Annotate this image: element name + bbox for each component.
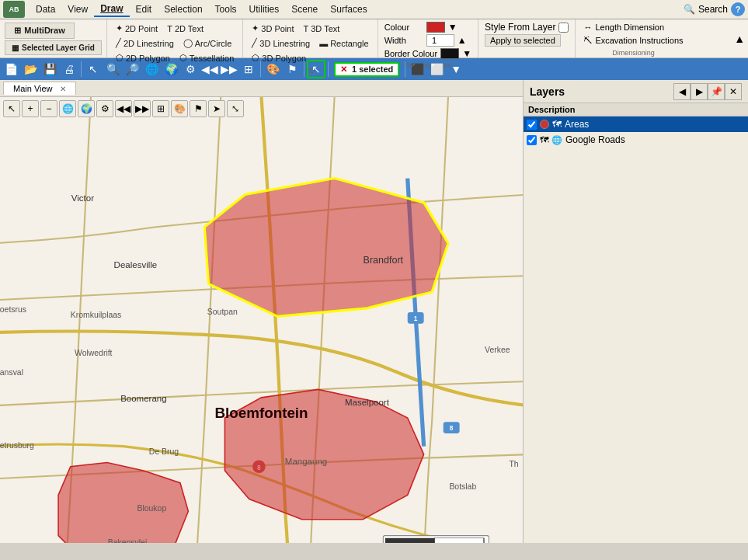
layers-close[interactable]: ✕ xyxy=(725,83,742,100)
deselect-button[interactable]: ⬜ xyxy=(427,60,446,78)
settings-button[interactable]: ⚙ xyxy=(181,60,200,78)
search-area: 🔍 Search ? xyxy=(684,2,745,16)
layer-row-google-roads[interactable]: 🗺 🌐 Google Roads xyxy=(524,132,748,148)
flag-button[interactable]: ⚑ xyxy=(283,60,301,78)
width-spinner-up[interactable]: ▲ xyxy=(457,35,467,46)
search-label: Search xyxy=(698,4,728,15)
2d-point-button[interactable]: ✦ 2D Point xyxy=(112,22,162,35)
palette-button[interactable]: 🎨 xyxy=(263,60,282,78)
layers-col-header: Description xyxy=(524,103,748,117)
menu-draw[interactable]: Draw xyxy=(94,2,129,17)
2d-text-button[interactable]: T 2D Text xyxy=(163,23,207,35)
map-palette-btn[interactable]: 🎨 xyxy=(171,100,188,117)
layers-nav-right[interactable]: ▶ xyxy=(691,83,708,100)
map-grid-btn[interactable]: ⊞ xyxy=(152,100,169,117)
layer-roads-checkbox[interactable] xyxy=(527,135,537,145)
border-dropdown-icon[interactable]: ▼ xyxy=(462,48,471,59)
open-button[interactable]: 📂 xyxy=(21,60,40,78)
wolwedrift-label: Wolwedrift xyxy=(75,349,113,357)
colour-label: Colour xyxy=(384,23,423,32)
globe-button[interactable]: 🌐 xyxy=(142,60,161,78)
colour-dropdown-icon[interactable]: ▼ xyxy=(448,22,457,33)
map-view[interactable]: ↖ + − 🌐 🌍 ⚙ ◀◀ ▶▶ ⊞ 🎨 ⚑ ➤ ⤡ xyxy=(0,97,523,543)
layer-roads-icon2: 🌐 xyxy=(551,135,562,145)
map-zoom-in-btn[interactable]: + xyxy=(22,100,39,117)
boomerang-label: Boomerang xyxy=(120,394,166,403)
back-button[interactable]: ◀◀ xyxy=(200,60,219,78)
3d-point-button[interactable]: ✦ 3D Point xyxy=(248,22,297,35)
pointer-button[interactable]: ↖ xyxy=(84,60,103,78)
3d-linestring-button[interactable]: ╱ 3D Linestring xyxy=(248,37,314,50)
layers-panel: Layers ◀ ▶ 📌 ✕ Description 🗺 Areas 🗺 🌐 G… xyxy=(523,80,748,543)
new-button[interactable]: 📄 xyxy=(2,60,20,78)
victor-label: Victor xyxy=(71,193,94,203)
save-button[interactable]: 💾 xyxy=(40,60,59,78)
excavation-button[interactable]: ⛏ Excavation Instructions xyxy=(582,35,684,46)
svg-text:8: 8 xyxy=(450,424,454,432)
description-col-header: Description xyxy=(528,105,576,114)
layer-roads-label: Google Roads xyxy=(565,134,625,145)
excavation-icon: ⛏ xyxy=(583,36,592,45)
select-tool-button[interactable]: ↖ xyxy=(307,60,325,78)
ansval-label: ansval xyxy=(0,368,23,377)
menu-edit[interactable]: Edit xyxy=(130,2,158,16)
map-globe-btn[interactable]: 🌐 xyxy=(59,100,76,117)
close-selection-icon[interactable]: ✕ xyxy=(340,64,347,74)
layers-nav-left[interactable]: ◀ xyxy=(673,83,691,100)
length-dimension-button[interactable]: ↔ Length Dimension xyxy=(582,22,684,33)
zoom-in-button[interactable]: 🔍 xyxy=(103,60,122,78)
2d-linestring-button[interactable]: ╱ 2D Linestring xyxy=(112,37,178,50)
verkee-label: Verkee xyxy=(485,346,510,354)
rectangle-icon: ▬ xyxy=(319,39,328,48)
map-select-button[interactable]: ↖ xyxy=(3,100,20,117)
selected-area-polygon[interactable] xyxy=(204,179,448,317)
map-flag-btn[interactable]: ⚑ xyxy=(190,100,207,117)
mangaung-label: Mangaung xyxy=(285,457,327,466)
layer-row-areas[interactable]: 🗺 Areas xyxy=(524,117,748,132)
menu-utilities[interactable]: Utilities xyxy=(243,2,286,16)
border-colour-label: Border Colour xyxy=(384,49,437,58)
map-settings-btn[interactable]: ⚙ xyxy=(96,100,113,117)
rectangle-button[interactable]: ▬ Rectangle xyxy=(315,37,373,50)
more-button[interactable]: ▼ xyxy=(447,60,465,78)
toolbar-collapse-icon[interactable]: ▲ xyxy=(734,33,745,45)
menu-data[interactable]: Data xyxy=(30,2,61,16)
menu-surfaces[interactable]: Surfaces xyxy=(324,2,373,16)
apply-selected-button[interactable]: Apply to selected xyxy=(485,34,561,47)
menu-scene[interactable]: Scene xyxy=(285,2,324,16)
grid-button[interactable]: ⊞ xyxy=(239,60,258,78)
multidraw-button[interactable]: ⊞ MultiDraw xyxy=(5,23,75,39)
map-arrow-btn[interactable]: ➤ xyxy=(208,100,225,117)
brandfort-label: Brandfort xyxy=(364,255,404,266)
arc-circle-button[interactable]: ◯ Arc/Circle xyxy=(179,37,236,50)
layers-pin[interactable]: 📌 xyxy=(708,83,725,100)
colour-swatch[interactable] xyxy=(426,22,445,33)
3d-text-button[interactable]: T 3D Text xyxy=(300,23,344,35)
map-zoom-out-btn[interactable]: − xyxy=(40,100,57,117)
map-toolbar: ↖ + − 🌐 🌍 ⚙ ◀◀ ▶▶ ⊞ 🎨 ⚑ ➤ ⤡ xyxy=(3,100,244,117)
tab-bar: Main View ✕ xyxy=(0,80,523,97)
border-colour-swatch[interactable] xyxy=(440,48,459,59)
arc-icon: ◯ xyxy=(183,38,193,48)
botslab-label: Botslab xyxy=(449,482,476,491)
globe2-button[interactable]: 🌍 xyxy=(162,60,180,78)
menu-selection[interactable]: Selection xyxy=(158,2,208,16)
help-button[interactable]: ? xyxy=(731,2,745,16)
main-view-tab[interactable]: Main View ✕ xyxy=(3,82,76,95)
print-button[interactable]: 🖨 xyxy=(60,60,78,78)
layer-areas-checkbox[interactable] xyxy=(527,120,537,130)
tab-close-icon[interactable]: ✕ xyxy=(60,85,66,93)
map-resize-btn[interactable]: ⤡ xyxy=(227,100,244,117)
menu-tools[interactable]: Tools xyxy=(209,2,243,16)
separator4 xyxy=(328,61,329,77)
menu-view[interactable]: View xyxy=(61,2,94,16)
select-all-button[interactable]: ⬛ xyxy=(408,60,426,78)
zoom-out-button[interactable]: 🔎 xyxy=(123,60,141,78)
map-back-btn[interactable]: ◀◀ xyxy=(115,100,132,117)
selected-layer-grid-button[interactable]: ▦ Selected Layer Grid xyxy=(5,40,102,55)
width-input[interactable] xyxy=(426,34,454,47)
forward-button[interactable]: ▶▶ xyxy=(220,60,238,78)
map-globe2-btn[interactable]: 🌍 xyxy=(78,100,95,117)
style-from-layer-checkbox[interactable] xyxy=(558,23,569,33)
map-forward-btn[interactable]: ▶▶ xyxy=(134,100,151,117)
